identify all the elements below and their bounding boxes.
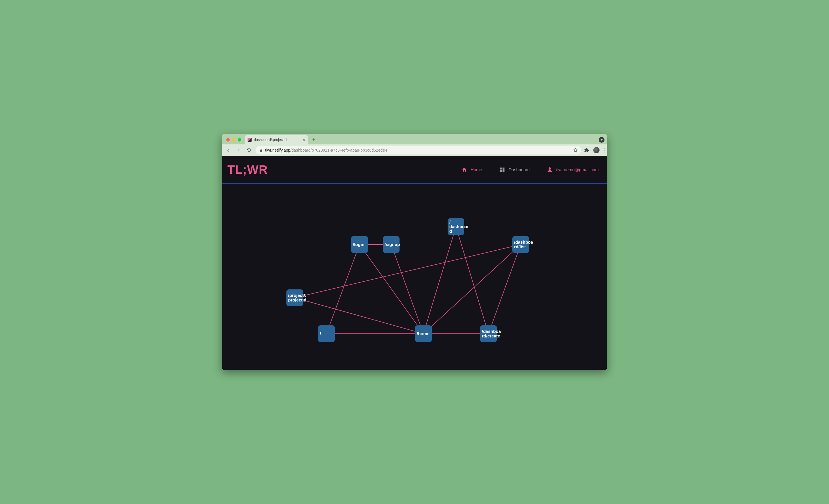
graph-node-dashboard[interactable]: /dashboard (447, 218, 469, 235)
window-close-icon[interactable] (226, 138, 230, 142)
graph-edge (360, 244, 424, 334)
app-root: TL;WR Home Dashboard tlwr.demo@gmail.com… (222, 156, 607, 370)
graph-canvas[interactable]: /login/signup/dashboard/dashboard/list/p… (222, 183, 607, 370)
graph-node-label: dashboar (449, 224, 469, 229)
tab-strip: dashboard/:projectId × + (222, 134, 607, 145)
graph-edge (295, 298, 424, 334)
nav-dashboard-label: Dashboard (509, 167, 530, 172)
graph-node-login[interactable]: /login (351, 236, 368, 253)
graph-node-dashcreate[interactable]: /dashboard/create (480, 325, 501, 342)
graph-edge (489, 244, 521, 334)
graph-edge (424, 227, 456, 334)
window-minimize-icon[interactable] (232, 138, 236, 142)
route-graph[interactable]: /login/signup/dashboard/dashboard/list/p… (222, 184, 607, 370)
browser-menu-icon[interactable] (604, 148, 605, 152)
new-tab-button[interactable]: + (310, 136, 318, 144)
browser-window: dashboard/:projectId × + tlwr.netlify.ap… (222, 134, 607, 370)
browser-toolbar: tlwr.netlify.app/dashboard/b7028911-a7c3… (222, 145, 607, 156)
back-button[interactable] (224, 146, 232, 154)
bookmark-star-icon[interactable] (573, 148, 578, 152)
nav-home[interactable]: Home (461, 167, 482, 172)
graph-node-signup[interactable]: /signup (383, 236, 400, 253)
graph-node-label: rd/list (514, 244, 526, 249)
graph-edge (424, 244, 521, 334)
nav-home-label: Home (471, 167, 482, 172)
graph-node-label: rd/create (482, 334, 500, 338)
nav-user-email: tlwr.demo@gmail.com (556, 167, 599, 172)
forward-button[interactable] (235, 146, 242, 154)
graph-node-label: /dashboa (514, 240, 533, 244)
window-maximize-icon[interactable] (238, 138, 241, 142)
profile-avatar-icon[interactable] (593, 147, 600, 153)
tab-title: dashboard/:projectId (254, 138, 300, 142)
graph-node-root[interactable]: / (318, 325, 335, 342)
graph-node-label: projectId (288, 298, 306, 302)
main-nav: Home Dashboard tlwr.demo@gmail.com (461, 167, 599, 172)
user-icon (547, 167, 553, 172)
app-header: TL;WR Home Dashboard tlwr.demo@gmail.com (222, 156, 607, 183)
nav-dashboard[interactable]: Dashboard (499, 167, 530, 172)
graph-node-label: /project/: (288, 293, 306, 298)
home-icon (461, 167, 467, 172)
window-controls (224, 138, 243, 145)
dashboard-icon (499, 167, 505, 172)
graph-node-label: /signup (385, 242, 400, 247)
tab-close-icon[interactable]: × (303, 138, 305, 142)
url-text: tlwr.netlify.app/dashboard/b7028911-a7c3… (265, 148, 571, 152)
graph-node-label: d (449, 229, 452, 234)
address-bar[interactable]: tlwr.netlify.app/dashboard/b7028911-a7c3… (256, 146, 581, 154)
graph-node-project[interactable]: /project/:projectId (286, 289, 306, 306)
graph-node-label: /dashboa (482, 329, 501, 334)
tab-overflow-icon[interactable] (599, 137, 605, 143)
graph-node-home[interactable]: /home (415, 325, 432, 342)
graph-node-dashlist[interactable]: /dashboard/list (512, 236, 533, 253)
nav-user[interactable]: tlwr.demo@gmail.com (547, 167, 599, 172)
graph-node-label: /login (353, 242, 364, 247)
brand-logo[interactable]: TL;WR (227, 163, 268, 177)
toolbar-right (584, 147, 605, 153)
browser-tab[interactable]: dashboard/:projectId × (245, 135, 308, 145)
favicon-icon (248, 138, 252, 142)
lock-icon (259, 148, 263, 152)
graph-node-label: /home (417, 331, 429, 336)
extensions-icon[interactable] (584, 148, 589, 153)
reload-button[interactable] (245, 146, 253, 154)
graph-edge (391, 244, 424, 334)
graph-edge (456, 227, 489, 334)
